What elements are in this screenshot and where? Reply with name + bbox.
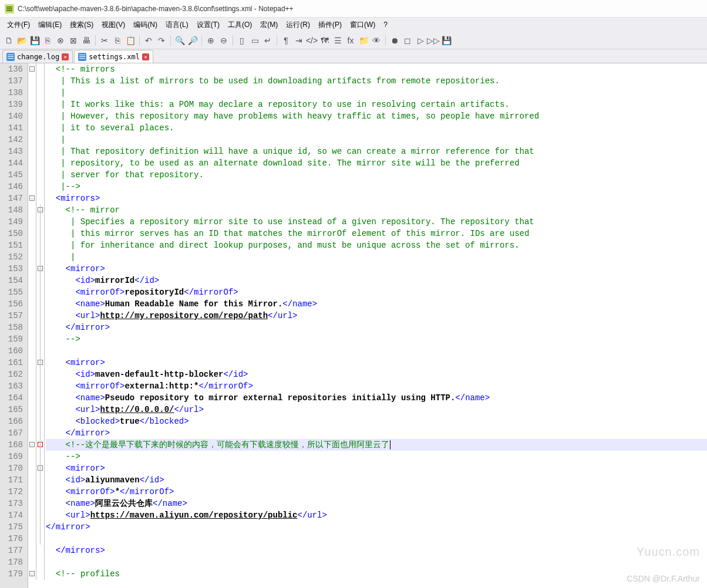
- tab-label: settings.xml: [89, 53, 140, 61]
- tab-settings[interactable]: settings.xml ✕: [74, 50, 153, 63]
- toolbar: 🗋 📂 💾 ⎘ ⊗ ⊠ 🖶 ✂ ⎘ 📋 ↶ ↷ 🔍 🔎 ⊕ ⊖ ▯ ▭ ↵ ¶ …: [0, 32, 707, 49]
- menu-language[interactable]: 语言(L): [162, 19, 192, 31]
- code-area[interactable]: <!-- mirrors | This is a list of mirrors…: [45, 63, 707, 588]
- paste-icon[interactable]: 📋: [125, 35, 136, 46]
- fold-column-1[interactable]: ----: [28, 63, 36, 580]
- undo-icon[interactable]: ↶: [143, 35, 154, 46]
- menu-help[interactable]: ?: [380, 19, 391, 30]
- folder-view-icon[interactable]: 📁: [358, 35, 369, 46]
- open-folder-icon[interactable]: 📂: [16, 35, 27, 46]
- monitor-icon[interactable]: 👁: [371, 35, 382, 46]
- doc-map-icon[interactable]: 🗺: [319, 35, 330, 46]
- file-icon: [6, 53, 15, 61]
- func-list-icon[interactable]: fx: [345, 35, 356, 46]
- line-number-gutter: 1361371381391401411421431441451461471481…: [0, 63, 28, 588]
- print-icon[interactable]: 🖶: [81, 35, 92, 46]
- replace-icon[interactable]: 🔎: [187, 35, 198, 46]
- zoom-out-icon[interactable]: ⊖: [218, 35, 229, 46]
- title-bar: C:\soft\web\apache-maven-3.8.6-bin\apach…: [0, 0, 707, 18]
- indent-guide-icon[interactable]: ⇥: [294, 35, 304, 46]
- close-icon[interactable]: ⊗: [55, 35, 66, 46]
- doc-list-icon[interactable]: ☰: [332, 35, 343, 46]
- watermark-csdn: CSDN @Dr.F.Arthur: [627, 574, 700, 583]
- menu-search[interactable]: 搜索(S): [66, 19, 97, 31]
- file-icon: [78, 53, 86, 61]
- menu-macro[interactable]: 宏(M): [257, 19, 281, 31]
- menu-settings[interactable]: 设置(T): [193, 19, 223, 31]
- sync-h-icon[interactable]: ▭: [250, 35, 260, 46]
- show-all-icon[interactable]: ¶: [281, 35, 291, 46]
- close-all-icon[interactable]: ⊠: [68, 35, 79, 46]
- menu-file[interactable]: 文件(F): [4, 19, 33, 31]
- sync-v-icon[interactable]: ▯: [237, 35, 247, 46]
- tab-label: change.log: [17, 53, 59, 61]
- tab-close-icon[interactable]: ✕: [142, 53, 149, 60]
- menu-bar: 文件(F) 编辑(E) 搜索(S) 视图(V) 编码(N) 语言(L) 设置(T…: [0, 18, 707, 32]
- save-icon[interactable]: 💾: [29, 35, 40, 46]
- find-icon[interactable]: 🔍: [174, 35, 185, 46]
- menu-run[interactable]: 运行(R): [282, 19, 314, 31]
- fast-icon[interactable]: ▷▷: [428, 35, 439, 46]
- menu-view[interactable]: 视图(V): [98, 19, 129, 31]
- editor[interactable]: 1361371381391401411421431441451461471481…: [0, 63, 707, 588]
- menu-tools[interactable]: 工具(O): [224, 19, 255, 31]
- menu-encoding[interactable]: 编码(N): [130, 19, 161, 31]
- window-title: C:\soft\web\apache-maven-3.8.6-bin\apach…: [18, 5, 294, 13]
- cut-icon[interactable]: ✂: [99, 35, 110, 46]
- copy-icon[interactable]: ⎘: [112, 35, 123, 46]
- record-icon[interactable]: ⏺: [389, 35, 400, 46]
- watermark: Yuucn.com: [637, 545, 700, 559]
- new-file-icon[interactable]: 🗋: [4, 35, 14, 46]
- zoom-in-icon[interactable]: ⊕: [206, 35, 216, 46]
- stop-icon[interactable]: ◻: [402, 35, 413, 46]
- menu-window[interactable]: 窗口(W): [346, 19, 379, 31]
- play-icon[interactable]: ▷: [415, 35, 426, 46]
- tab-bar: change.log ✕ settings.xml ✕: [0, 49, 707, 63]
- app-icon: [5, 4, 14, 13]
- save-all-icon[interactable]: ⎘: [42, 35, 53, 46]
- tab-changelog[interactable]: change.log ✕: [2, 50, 73, 63]
- redo-icon[interactable]: ↷: [156, 35, 167, 46]
- lang-icon[interactable]: </>: [307, 35, 317, 46]
- menu-plugins[interactable]: 插件(P): [315, 19, 345, 31]
- fold-column-2[interactable]: -----: [36, 63, 45, 580]
- save-macro-icon[interactable]: 💾: [441, 35, 452, 46]
- tab-close-icon[interactable]: ✕: [62, 53, 69, 60]
- wrap-icon[interactable]: ↵: [262, 35, 273, 46]
- menu-edit[interactable]: 编辑(E): [35, 19, 65, 31]
